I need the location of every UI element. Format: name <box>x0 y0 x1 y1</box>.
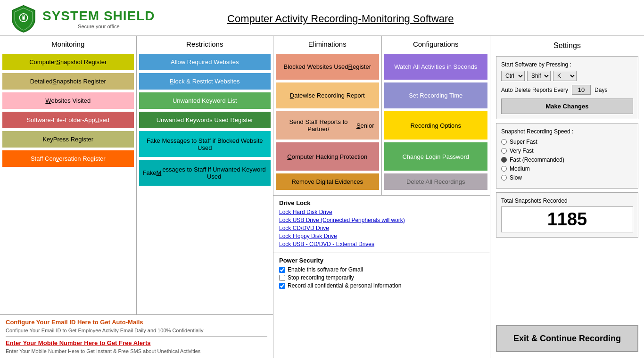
left-panel: Monitoring Computer Snapshot Register De… <box>0 36 273 358</box>
auto-delete-row: Auto Delete Reports Every Days <box>501 85 633 95</box>
computer-snapshot-register-btn[interactable]: Computer Snapshot Register <box>2 54 134 70</box>
unwanted-keywords-used-register-btn[interactable]: Unwanted Keywords Used Register <box>139 112 271 128</box>
configurations-header: Configurations <box>384 38 488 50</box>
speed-super-fast: Super Fast <box>501 139 633 145</box>
monitoring-header: Monitoring <box>2 38 134 50</box>
make-changes-button[interactable]: Make Changes <box>501 99 633 114</box>
lock-usb-cdvd-external-link[interactable]: Lock USB - CD/DVD - External Drives <box>279 241 484 247</box>
restrictions-header: Restrictions <box>139 38 271 50</box>
gmail-checkbox[interactable] <box>279 267 285 273</box>
configurations-column: Configurations Watch All Activities in S… <box>382 36 490 195</box>
drive-lock-title: Drive Lock <box>279 199 484 206</box>
blocked-websites-register-btn[interactable]: Blocked Websites Used Register <box>276 54 379 80</box>
super-fast-label: Super Fast <box>510 139 537 145</box>
shift-select[interactable]: Shift <box>527 71 551 81</box>
set-recording-time-btn[interactable]: Set Recording Time <box>384 82 488 108</box>
header: SYSTEM SHIELD Secure your office Compute… <box>0 0 644 36</box>
speed-fast: Fast (Recommanded) <box>501 156 633 163</box>
stop-recording-checkbox[interactable] <box>279 275 285 281</box>
app-title: Computer Activity Recording-Monitoring S… <box>155 13 526 25</box>
very-fast-radio[interactable] <box>501 148 507 154</box>
speed-slow: Slow <box>501 174 633 181</box>
snapshots-label: Total Snapshots Recorded <box>501 197 633 204</box>
super-fast-radio[interactable] <box>501 139 507 145</box>
delete-all-recordings-btn[interactable]: Delete All Recordings <box>384 173 488 190</box>
speed-medium: Medium <box>501 165 633 172</box>
ctrl-select[interactable]: Ctrl <box>501 71 525 81</box>
snapshots-box: Total Snapshots Recorded 1185 <box>496 192 638 238</box>
mobile-alert-link[interactable]: Enter Your Mobile Number Here to Get Fre… <box>6 339 267 346</box>
lock-usb-drive-link[interactable]: Lock USB Drive (Connected Peripherals wi… <box>279 217 484 223</box>
main-layout: Monitoring Computer Snapshot Register De… <box>0 36 644 358</box>
fake-messages-blocked-btn[interactable]: Fake Messages to Staff if Blocked Websit… <box>139 131 271 157</box>
columns-area: Monitoring Computer Snapshot Register De… <box>0 36 273 314</box>
auto-delete-input[interactable] <box>572 85 591 95</box>
very-fast-label: Very Fast <box>510 148 534 154</box>
speed-title: Snapshot Recording Speed : <box>501 128 633 135</box>
key-combo: Ctrl Shift K <box>501 71 633 81</box>
bottom-info: Configure Your Email ID Here to Get Auto… <box>0 314 273 358</box>
mid-columns: Eliminations Blocked Websites Used Regis… <box>273 36 490 195</box>
stop-recording-label: Stop recording temporarily <box>288 274 354 281</box>
settings-title: Settings <box>496 41 638 50</box>
software-file-folder-app-btn[interactable]: Software-File-Folder-App Used <box>2 112 134 128</box>
days-label: Days <box>594 87 607 93</box>
checkbox-gmail: Enable this software for Gmail <box>279 266 484 273</box>
gmail-label: Enable this software for Gmail <box>288 266 363 273</box>
slow-radio[interactable] <box>501 175 507 181</box>
middle-panel: Eliminations Blocked Websites Used Regis… <box>273 36 490 358</box>
checkbox-confidential: Record all confidential & personal infor… <box>279 282 484 289</box>
fast-label: Fast (Recommanded) <box>510 156 564 163</box>
staff-conversation-register-btn[interactable]: Staff Conversation Register <box>2 150 134 167</box>
lock-cd-dvd-link[interactable]: Lock CD/DVD Drive <box>279 225 484 231</box>
email-config-desc: Configure Your Email ID to Get Employee … <box>6 328 267 333</box>
restrictions-column: Restrictions Allow Required Websites Blo… <box>137 36 273 314</box>
exit-continue-recording-btn[interactable]: Exit & Continue Recording <box>496 325 638 352</box>
slow-label: Slow <box>510 174 522 181</box>
drive-lock-section: Drive Lock Lock Hard Disk Drive Lock USB… <box>273 195 490 253</box>
auto-delete-label: Auto Delete Reports Every <box>501 87 568 93</box>
allow-required-websites-btn[interactable]: Allow Required Websites <box>139 54 271 70</box>
send-staff-reports-btn[interactable]: Send Staff Reports to Partner/Senior <box>276 111 379 140</box>
recording-options-btn[interactable]: Recording Options <box>384 111 488 140</box>
speed-box: Snapshot Recording Speed : Super Fast Ve… <box>496 123 638 189</box>
eliminations-header: Eliminations <box>276 38 379 50</box>
logo-text: SYSTEM SHIELD Secure your office <box>42 8 155 29</box>
speed-very-fast: Very Fast <box>501 148 633 154</box>
start-software-box: Start Software by Pressing : Ctrl Shift … <box>496 56 638 119</box>
remove-digital-evidences-btn[interactable]: Remove Digital Evidences <box>276 173 379 190</box>
logo-subtitle: Secure your office <box>42 24 155 29</box>
monitoring-column: Monitoring Computer Snapshot Register De… <box>0 36 137 314</box>
websites-visited-btn[interactable]: Websites Visited <box>2 92 134 109</box>
medium-radio[interactable] <box>501 166 507 172</box>
mobile-alert-desc: Enter Your Mobile Number Here to Get Ins… <box>6 348 267 354</box>
lock-floppy-link[interactable]: Lock Floppy Disk Drive <box>279 233 484 239</box>
start-label: Start Software by Pressing : <box>501 61 633 68</box>
fake-messages-unwanted-btn[interactable]: Fake Messages to Staff if Unwanted Keywo… <box>139 160 271 186</box>
lock-hard-disk-link[interactable]: Lock Hard Disk Drive <box>279 209 484 215</box>
watch-all-activities-btn[interactable]: Watch All Activities in Seconds <box>384 54 488 80</box>
eliminations-column: Eliminations Blocked Websites Used Regis… <box>273 36 382 195</box>
confidential-label: Record all confidential & personal infor… <box>288 282 401 289</box>
keypress-register-btn[interactable]: KeyPress Register <box>2 131 134 148</box>
unwanted-keyword-list-btn[interactable]: Unwanted Keyword List <box>139 92 271 109</box>
logo-area: SYSTEM SHIELD Secure your office <box>9 5 155 33</box>
confidential-checkbox[interactable] <box>279 283 285 289</box>
fast-radio[interactable] <box>501 157 507 163</box>
datewise-recording-report-btn[interactable]: Datewise Recording Report <box>276 82 379 108</box>
k-select[interactable]: K <box>553 71 577 81</box>
snapshots-count: 1185 <box>501 206 633 232</box>
detailed-snapshots-register-btn[interactable]: Detailed Snapshots Register <box>2 73 134 90</box>
change-login-password-btn[interactable]: Change Login Password <box>384 142 488 171</box>
block-restrict-websites-btn[interactable]: Block & Restrict Websites <box>139 73 271 90</box>
power-security-section: Power Security Enable this software for … <box>273 253 490 294</box>
logo-title: SYSTEM SHIELD <box>42 8 155 24</box>
power-security-title: Power Security <box>279 257 484 264</box>
divider <box>6 336 267 337</box>
medium-label: Medium <box>510 165 530 172</box>
checkbox-stop-recording: Stop recording temporarily <box>279 274 484 281</box>
settings-panel: Settings Start Software by Pressing : Ct… <box>490 36 644 358</box>
email-config-link[interactable]: Configure Your Email ID Here to Get Auto… <box>6 319 267 326</box>
shield-logo-icon <box>9 5 38 33</box>
computer-hacking-protection-btn[interactable]: Computer Hacking Protection <box>276 142 379 171</box>
